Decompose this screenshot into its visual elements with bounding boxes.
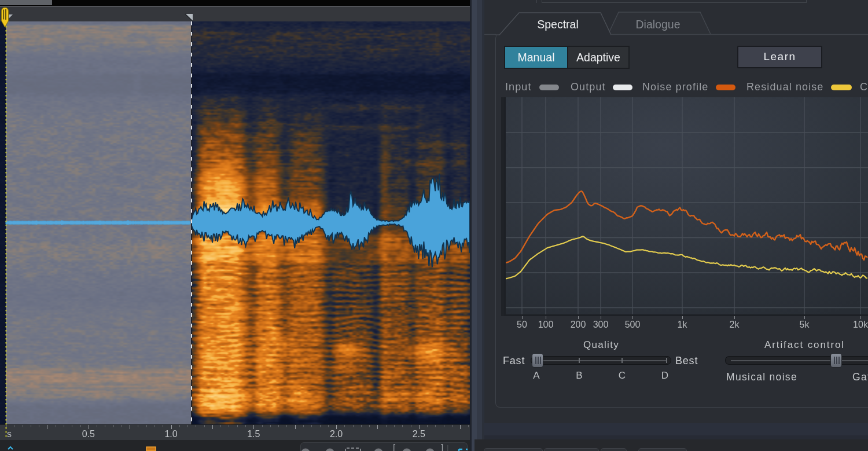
svg-text:Spectral: Spectral: [537, 18, 579, 31]
svg-text:Dialogue: Dialogue: [636, 18, 681, 31]
